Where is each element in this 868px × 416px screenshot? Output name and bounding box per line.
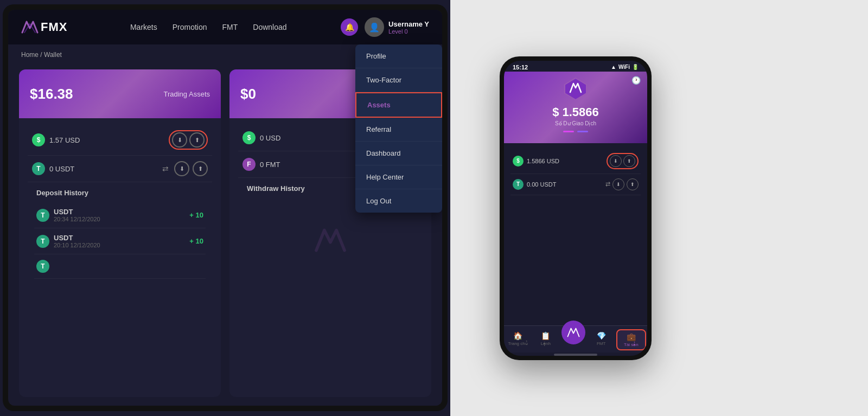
nav-markets[interactable]: Markets xyxy=(130,23,157,31)
history-name-0: USDT xyxy=(54,208,100,216)
wallet-amount-right: $0 xyxy=(240,86,256,103)
asset-row-usd: $ 1.57 USD ⬇ ⬆ xyxy=(28,125,212,156)
asset-actions-usdt: ⇄ ⬇ ⬆ xyxy=(162,161,208,176)
history-coin-2: T xyxy=(36,260,54,273)
phone-coin-usdt: T xyxy=(513,179,524,190)
asset-row-usdt: T 0 USDT ⇄ ⬇ ⬆ xyxy=(28,156,212,182)
bell-icon[interactable]: 🔔 xyxy=(341,18,358,36)
history-details-1: USDT 20:10 12/12/2020 xyxy=(54,234,100,248)
asset-name-usd-right: 0 USD xyxy=(260,134,280,142)
history-amount-0: + 10 xyxy=(189,211,203,219)
phone-assets: $ 1.5866 USD ⬇ ⬆ T 0.00 USDT ⇄ xyxy=(504,143,647,325)
deposit-btn-usd[interactable]: ⬇ xyxy=(172,132,187,148)
phone-screen: 15:12 ▲ WiFi 🔋 🕐 $ 1.5866 Số Dư Giao Dịc… xyxy=(504,61,647,356)
nav-promotion[interactable]: Promotion xyxy=(173,23,207,31)
dropdown-dashboard[interactable]: Dashboard xyxy=(355,142,442,165)
phone-dots xyxy=(563,131,588,132)
phone-withdraw-usd[interactable]: ⬆ xyxy=(623,155,635,167)
tablet-inner: FMX Markets Promotion FMT Download 🔔 👤 U… xyxy=(8,10,442,406)
battery-icon: 🔋 xyxy=(632,64,639,70)
phone-wallet-header: $ 1.5866 Số Dư Giao Dịch xyxy=(504,72,647,143)
asset-name-usdt: 0 USDT xyxy=(49,165,74,173)
dot-1 xyxy=(563,131,574,132)
history-amount-1: + 10 xyxy=(189,237,203,245)
wallet-amount-left: $16.38 xyxy=(30,86,73,103)
assets-label: Tài sản xyxy=(624,342,639,347)
phone-wallet-subtitle: Số Dư Giao Dịch xyxy=(555,120,596,126)
phone-status-bar: 15:12 ▲ WiFi 🔋 xyxy=(504,61,647,72)
asset-name-usd: 1.57 USD xyxy=(49,136,80,144)
tablet-outer: FMX Markets Promotion FMT Download 🔔 👤 U… xyxy=(3,4,448,411)
fmt-label: FMT xyxy=(597,341,605,346)
user-details: Username Y Level 0 xyxy=(388,20,429,35)
history-coin-0: T USDT 20:34 12/12/2020 xyxy=(36,208,100,222)
history-name-1: USDT xyxy=(54,234,100,242)
user-info[interactable]: 👤 Username Y Level 0 xyxy=(365,17,429,37)
avatar: 👤 xyxy=(365,17,384,37)
nav-right: 🔔 👤 Username Y Level 0 xyxy=(341,17,429,37)
watermark xyxy=(238,204,423,276)
phone-tab-assets[interactable]: 💼 Tài sản xyxy=(616,329,646,350)
phone-outer: 15:12 ▲ WiFi 🔋 🕐 $ 1.5866 Số Dư Giao Dịc… xyxy=(500,56,652,360)
asset-left-usd-right: $ 0 USD xyxy=(242,131,280,144)
dropdown-two-factor[interactable]: Two-Factor xyxy=(355,68,442,92)
assets-icon: 💼 xyxy=(627,332,636,341)
action-group-usd-highlighted: ⬇ ⬆ xyxy=(169,130,208,150)
coin-icon-usdt: T xyxy=(32,162,45,175)
swap-icon-usdt: ⇄ xyxy=(162,164,169,173)
history-item-1: T USDT 20:10 12/12/2020 + 10 xyxy=(34,228,206,254)
dropdown-help[interactable]: Help Center xyxy=(355,165,442,189)
coin-icon-fmt: F xyxy=(242,158,256,171)
nav-fmt[interactable]: FMT xyxy=(222,23,238,31)
phone-swap-icon: ⇄ xyxy=(605,181,610,188)
phone-asset-name-usdt: 0.00 USDT xyxy=(527,181,556,188)
deposit-btn-usdt[interactable]: ⬇ xyxy=(174,161,189,176)
nav-download[interactable]: Download xyxy=(253,23,286,31)
dropdown-referral[interactable]: Referral xyxy=(355,118,442,142)
username: Username Y xyxy=(388,20,429,28)
phone-tab-fmt[interactable]: 💎 FMT xyxy=(588,329,615,350)
withdraw-btn-usd[interactable]: ⬆ xyxy=(189,132,205,148)
asset-left-usd: $ 1.57 USD xyxy=(32,133,80,146)
orders-icon: 📋 xyxy=(541,331,550,340)
dropdown-logout[interactable]: Log Out xyxy=(355,189,442,213)
phone-deposit-usdt[interactable]: ⬇ xyxy=(612,178,624,190)
svg-marker-0 xyxy=(565,78,586,100)
logo[interactable]: FMX xyxy=(21,20,67,35)
home-icon: 🏠 xyxy=(513,331,522,340)
phone-wallet-amount: $ 1.5866 xyxy=(552,105,599,119)
phone-time: 15:12 xyxy=(513,64,528,71)
navbar: FMX Markets Promotion FMT Download 🔔 👤 U… xyxy=(8,10,442,44)
phone-tab-orders[interactable]: 📋 Lệnh xyxy=(532,329,559,350)
asset-left-fmt: F 0 FMT xyxy=(242,158,280,171)
coin-icon-usd-right: $ xyxy=(242,131,256,144)
phone-asset-row-usdt: T 0.00 USDT ⇄ ⬇ ⬆ xyxy=(510,174,641,195)
user-level: Level 0 xyxy=(388,28,429,35)
dropdown-profile[interactable]: Profile xyxy=(355,44,442,68)
deposit-history-title: Deposit History xyxy=(34,189,206,197)
history-coin-icon-1: T xyxy=(36,235,49,248)
history-date-1: 20:10 12/12/2020 xyxy=(54,242,100,248)
phone-bottom-bar: 🏠 Trang chủ 📋 Lệnh 💎 FMT xyxy=(504,325,647,353)
dropdown-assets[interactable]: Assets xyxy=(355,92,442,118)
wallet-panel-left: $16.38 Trading Assets $ 1.57 USD xyxy=(19,69,221,397)
phone-tab-center[interactable] xyxy=(559,329,587,350)
phone-withdraw-usdt[interactable]: ⬆ xyxy=(627,178,639,190)
tablet-section: FMX Markets Promotion FMT Download 🔔 👤 U… xyxy=(0,0,450,416)
phone-asset-left-usdt: T 0.00 USDT xyxy=(513,179,556,190)
asset-name-fmt: 0 FMT xyxy=(260,161,280,169)
center-logo-btn[interactable] xyxy=(561,321,585,344)
wallet-label-left: Trading Assets xyxy=(163,90,210,98)
home-label: Trang chủ xyxy=(508,341,527,346)
orders-label: Lệnh xyxy=(541,341,551,346)
history-coin-icon-0: T xyxy=(36,209,49,222)
wallet-body-left: $ 1.57 USD ⬇ ⬆ xyxy=(19,118,221,397)
withdraw-btn-usdt[interactable]: ⬆ xyxy=(193,161,208,176)
phone-coin-usd: $ xyxy=(513,156,524,167)
phone-history-icon[interactable]: 🕐 xyxy=(631,76,641,85)
phone-deposit-usd[interactable]: ⬇ xyxy=(610,155,622,167)
phone-section: 15:12 ▲ WiFi 🔋 🕐 $ 1.5866 Số Dư Giao Dịc… xyxy=(459,0,692,416)
asset-actions-usd: ⬇ ⬆ xyxy=(169,130,208,150)
nav-links: Markets Promotion FMT Download xyxy=(93,23,323,31)
phone-tab-home[interactable]: 🏠 Trang chủ xyxy=(504,329,532,350)
